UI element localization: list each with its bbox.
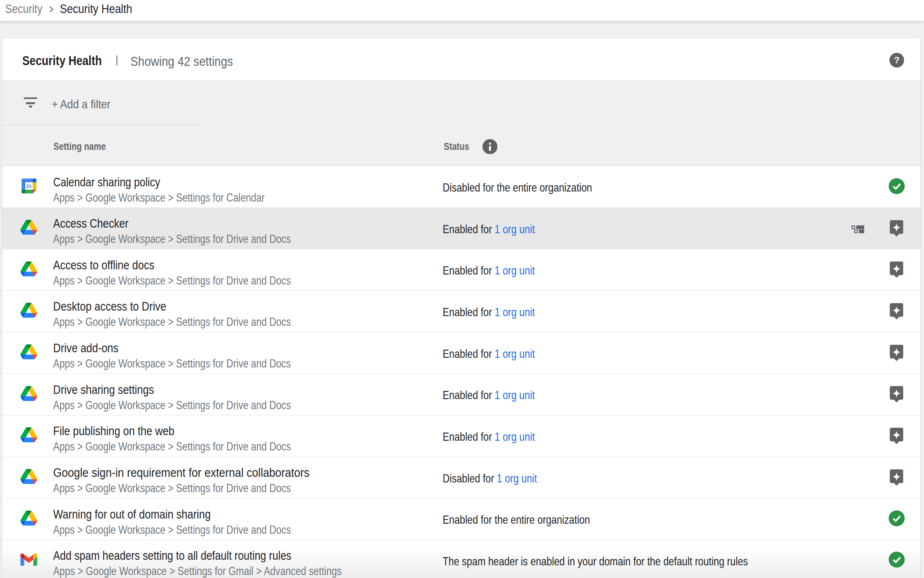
svg-text:31: 31 — [26, 183, 32, 188]
svg-text:?: ? — [894, 55, 900, 65]
